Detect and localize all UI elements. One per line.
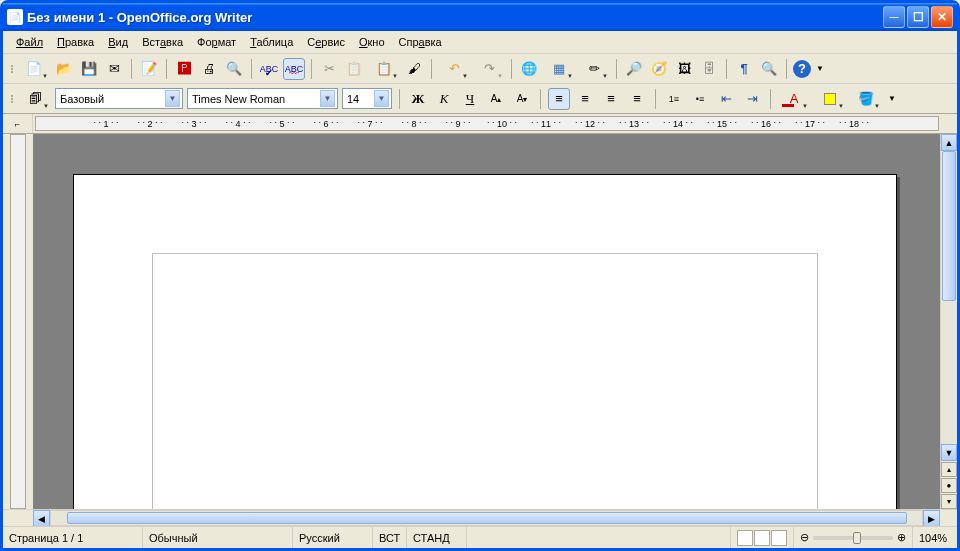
gallery-button[interactable]: 🖼 xyxy=(673,58,695,80)
prev-page-button[interactable]: ▴ xyxy=(941,462,957,477)
scroll-right-button[interactable]: ▶ xyxy=(923,510,940,527)
ruler-horizontal[interactable]: · · 1 · ·· · 2 · ·· · 3 · ·· · 4 · ·· · … xyxy=(35,116,939,131)
zoom-control[interactable]: ⊖ ⊕ xyxy=(794,527,913,548)
edit-file-button[interactable]: 📝 xyxy=(138,58,160,80)
paragraph-style-combo[interactable]: Базовый ▼ xyxy=(55,88,183,109)
email-button[interactable]: ✉ xyxy=(103,58,125,80)
print-preview-button[interactable]: 🔍 xyxy=(223,58,245,80)
superscript-button[interactable]: A▴ xyxy=(485,88,507,110)
next-page-button[interactable]: ▾ xyxy=(941,494,957,509)
decrease-indent-button[interactable]: ⇤ xyxy=(715,88,737,110)
status-language[interactable]: Русский xyxy=(293,527,373,548)
find-button[interactable]: 🔎 xyxy=(623,58,645,80)
scroll-left-button[interactable]: ◀ xyxy=(33,510,50,527)
print-button[interactable]: 🖨 xyxy=(198,58,220,80)
status-selection-mode[interactable]: СТАНД xyxy=(407,527,467,548)
table-button[interactable]: ▦▼ xyxy=(543,58,575,80)
vertical-scrollbar[interactable]: ▲ ▼ ▴ ● ▾ xyxy=(940,134,957,509)
ruler-tick: · · 16 · · xyxy=(744,117,788,130)
minimize-button[interactable]: ─ xyxy=(883,6,905,28)
bold-button[interactable]: Ж xyxy=(407,88,429,110)
new-button[interactable]: 📄▼ xyxy=(18,58,50,80)
menu-tools[interactable]: Сервис xyxy=(300,34,352,50)
window-title: Без имени 1 - OpenOffice.org Writer xyxy=(27,10,883,25)
help-button[interactable]: ? xyxy=(793,60,811,78)
status-page[interactable]: Страница 1 / 1 xyxy=(3,527,143,548)
paste-button[interactable]: 📋▼ xyxy=(368,58,400,80)
view-single-page-button[interactable] xyxy=(737,530,753,546)
autospell-button[interactable]: ABC〰 xyxy=(283,58,305,80)
ruler-tick: · · 12 · · xyxy=(568,117,612,130)
hyperlink-button[interactable]: 🌐 xyxy=(518,58,540,80)
copy-button[interactable]: 📋 xyxy=(343,58,365,80)
menu-format[interactable]: Формат xyxy=(190,34,243,50)
scroll-down-button[interactable]: ▼ xyxy=(941,444,957,461)
styles-button[interactable]: 🗐▼ xyxy=(19,88,51,110)
font-color-button[interactable]: A▼ xyxy=(778,88,810,110)
menu-file[interactable]: Файл xyxy=(9,34,50,50)
datasources-button[interactable]: 🗄 xyxy=(698,58,720,80)
italic-button[interactable]: К xyxy=(433,88,455,110)
show-draw-button[interactable]: ✏▼ xyxy=(578,58,610,80)
highlight-button[interactable]: ▼ xyxy=(814,88,846,110)
open-button[interactable]: 📂 xyxy=(53,58,75,80)
toolbar-more-button[interactable]: ▼ xyxy=(814,58,826,80)
menu-window[interactable]: Окно xyxy=(352,34,392,50)
ruler-tick: · · 4 · · xyxy=(216,117,260,130)
status-modified xyxy=(467,527,731,548)
scroll-thumb[interactable] xyxy=(942,151,956,301)
text-area[interactable] xyxy=(152,253,818,509)
menu-edit[interactable]: Правка xyxy=(50,34,101,50)
align-right-button[interactable]: ≡ xyxy=(600,88,622,110)
export-pdf-button[interactable]: 🅿 xyxy=(173,58,195,80)
scroll-thumb[interactable] xyxy=(67,512,907,524)
view-multi-page-button[interactable] xyxy=(754,530,770,546)
align-center-button[interactable]: ≡ xyxy=(574,88,596,110)
menu-view[interactable]: Вид xyxy=(101,34,135,50)
font-name-combo[interactable]: Times New Roman ▼ xyxy=(187,88,338,109)
zoom-in-icon[interactable]: ⊕ xyxy=(897,531,906,544)
ruler-tick: · · 13 · · xyxy=(612,117,656,130)
toolbar-grip[interactable] xyxy=(9,59,15,79)
increase-indent-button[interactable]: ⇥ xyxy=(741,88,763,110)
underline-button[interactable]: Ч xyxy=(459,88,481,110)
status-page-style[interactable]: Обычный xyxy=(143,527,293,548)
scroll-up-button[interactable]: ▲ xyxy=(941,134,957,151)
view-book-button[interactable] xyxy=(771,530,787,546)
numbered-list-button[interactable]: 1≡ xyxy=(663,88,685,110)
ruler-tick: · · 14 · · xyxy=(656,117,700,130)
background-color-button[interactable]: 🪣▼ xyxy=(850,88,882,110)
undo-button[interactable]: ↶▼ xyxy=(438,58,470,80)
status-insert-mode[interactable]: ВСТ xyxy=(373,527,407,548)
zoom-button[interactable]: 🔍 xyxy=(758,58,780,80)
zoom-slider[interactable] xyxy=(813,536,893,540)
zoom-percent[interactable]: 104% xyxy=(913,527,957,548)
bullet-list-button[interactable]: •≡ xyxy=(689,88,711,110)
spellcheck-button[interactable]: ABC✔ xyxy=(258,58,280,80)
cut-button[interactable]: ✂ xyxy=(318,58,340,80)
save-button[interactable]: 💾 xyxy=(78,58,100,80)
menu-insert[interactable]: Вставка xyxy=(135,34,190,50)
ruler-tick: · · 17 · · xyxy=(788,117,832,130)
format-paintbrush-button[interactable]: 🖌 xyxy=(403,58,425,80)
toolbar-more-button[interactable]: ▼ xyxy=(886,88,898,110)
toolbar-grip[interactable] xyxy=(9,89,15,109)
nonprinting-button[interactable]: ¶ xyxy=(733,58,755,80)
align-left-button[interactable]: ≡ xyxy=(548,88,570,110)
redo-button[interactable]: ↷▼ xyxy=(473,58,505,80)
ruler-tick: · · 18 · · xyxy=(832,117,876,130)
align-justify-button[interactable]: ≡ xyxy=(626,88,648,110)
close-button[interactable]: ✕ xyxy=(931,6,953,28)
nav-target-button[interactable]: ● xyxy=(941,478,957,493)
navigator-button[interactable]: 🧭 xyxy=(648,58,670,80)
page[interactable] xyxy=(73,174,897,509)
menu-help[interactable]: Справка xyxy=(392,34,449,50)
subscript-button[interactable]: A▾ xyxy=(511,88,533,110)
zoom-out-icon[interactable]: ⊖ xyxy=(800,531,809,544)
horizontal-scrollbar[interactable]: ◀ ▶ xyxy=(3,509,957,526)
ruler-vertical[interactable] xyxy=(3,134,33,509)
toolbar-standard: 📄▼ 📂 💾 ✉ 📝 🅿 🖨 🔍 ABC✔ ABC〰 ✂ 📋 📋▼ 🖌 ↶▼ ↷… xyxy=(3,54,957,84)
menu-table[interactable]: Таблица xyxy=(243,34,300,50)
maximize-button[interactable]: ☐ xyxy=(907,6,929,28)
font-size-combo[interactable]: 14 ▼ xyxy=(342,88,392,109)
